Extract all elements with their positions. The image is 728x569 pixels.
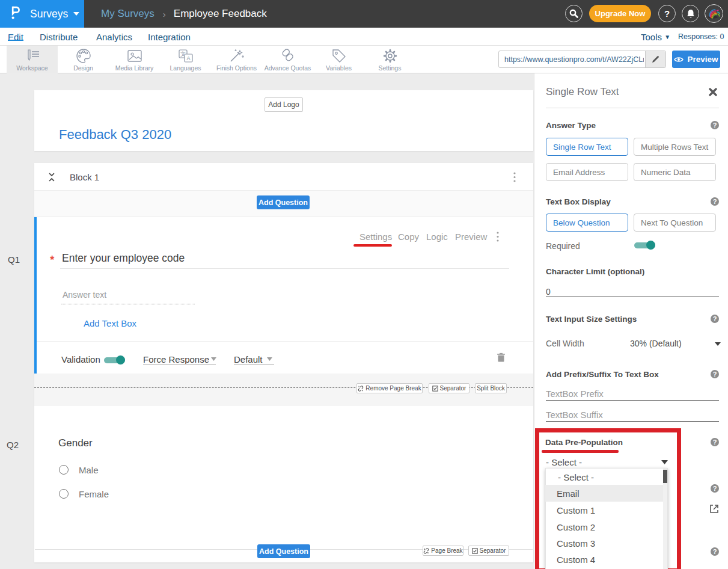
svg-text:A: A xyxy=(186,55,190,61)
